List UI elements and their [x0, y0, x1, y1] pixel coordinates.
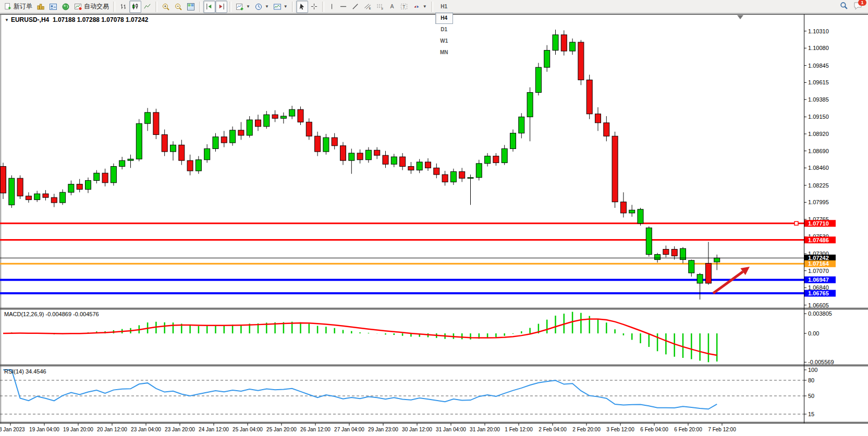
svg-text:24 Jan 12:00: 24 Jan 12:00: [199, 427, 229, 432]
vertical-line-button[interactable]: [326, 1, 337, 13]
chart-canvas[interactable]: 1.103101.100801.098451.096151.093851.091…: [0, 0, 868, 436]
svg-text:1.07710: 1.07710: [808, 220, 829, 227]
timeframe-D1[interactable]: D1: [435, 24, 453, 35]
svg-text:2 Feb 20:00: 2 Feb 20:00: [572, 427, 601, 432]
svg-text:1.07070: 1.07070: [808, 268, 829, 274]
svg-text:25 Jan 20:00: 25 Jan 20:00: [266, 427, 297, 432]
line-chart-icon: [143, 3, 151, 10]
svg-text:A: A: [390, 3, 394, 9]
rsi-axis[interactable]: 100805015: [804, 367, 817, 417]
svg-text:1.06765: 1.06765: [808, 290, 829, 296]
chart-shift-button[interactable]: [203, 1, 215, 13]
svg-text:15: 15: [808, 411, 814, 417]
horizontal-line-icon: [339, 3, 347, 10]
trendline-button[interactable]: [349, 1, 361, 13]
svg-text:30 Jan 12:00: 30 Jan 12:00: [402, 427, 432, 432]
new-chart-icon: [236, 3, 244, 11]
chevron-down-icon: ▼: [246, 4, 250, 9]
svg-text:2 Feb 04:00: 2 Feb 04:00: [539, 427, 567, 432]
text-button[interactable]: A: [386, 1, 398, 13]
rsi-line: [3, 370, 717, 409]
auto-trading-button[interactable]: 自动交易: [72, 1, 111, 13]
symbol-dropdown-icon[interactable]: ▼: [5, 18, 9, 22]
svg-text:6 Feb 20:00: 6 Feb 20:00: [674, 427, 702, 432]
timeframe-MN[interactable]: MN: [435, 47, 453, 58]
svg-text:23 Jan 20:00: 23 Jan 20:00: [165, 427, 195, 432]
zoom-in-icon: [162, 3, 170, 11]
chart-shift-marker[interactable]: [737, 15, 743, 19]
zoom-out-button[interactable]: [172, 1, 185, 13]
charts-button[interactable]: [34, 1, 47, 13]
svg-text:T: T: [402, 4, 405, 9]
chart-title: ▼EURUSD-,H4 1.07188 1.07288 1.07078 1.07…: [5, 16, 148, 23]
svg-text:100: 100: [808, 367, 817, 373]
equidistant-channel-button[interactable]: E: [361, 1, 374, 13]
new-order-button[interactable]: 新订单: [2, 1, 34, 13]
fibonacci-icon: F: [376, 3, 384, 10]
svg-text:1.08225: 1.08225: [808, 182, 829, 189]
fibonacci-button[interactable]: F: [374, 1, 386, 13]
green-orb-icon: [62, 3, 70, 11]
svg-text:1.06605: 1.06605: [808, 302, 829, 308]
svg-text:0.00: 0.00: [808, 330, 819, 337]
timeframe-H1[interactable]: H1: [435, 1, 453, 13]
template-icon: [273, 3, 282, 11]
bar-chart-icon: [119, 3, 127, 10]
svg-text:19 Jan 20:00: 19 Jan 20:00: [63, 427, 93, 432]
toolbar-separator: [322, 2, 324, 12]
chevron-down-icon: ▼: [265, 4, 269, 9]
macd-axis[interactable]: 0.0038050.00-0.005569: [804, 310, 834, 365]
auto-scroll-button[interactable]: [215, 1, 227, 13]
vertical-line-icon: [328, 3, 335, 10]
svg-text:26 Jan 12:00: 26 Jan 12:00: [300, 427, 331, 432]
svg-text:1.09615: 1.09615: [808, 79, 829, 85]
data-window-button[interactable]: [59, 1, 72, 13]
svg-text:1 Feb 12:00: 1 Feb 12:00: [505, 427, 533, 432]
chevron-down-icon: ▼: [284, 4, 288, 9]
svg-text:18 Jan 2023: 18 Jan 2023: [0, 427, 25, 432]
svg-text:29 Jan 23:00: 29 Jan 23:00: [368, 427, 398, 432]
text-label-button[interactable]: T: [398, 1, 410, 13]
arrows-icon: [412, 3, 421, 10]
profile-button[interactable]: [47, 1, 59, 13]
template-button[interactable]: ▼: [271, 1, 290, 13]
crosshair-button[interactable]: [308, 1, 320, 13]
line-chart-button[interactable]: [141, 1, 153, 13]
svg-text:1.06947: 1.06947: [808, 277, 829, 283]
timeframe-W1[interactable]: W1: [435, 35, 453, 47]
clock-icon: [254, 3, 263, 11]
trendline-icon: [351, 3, 359, 10]
mt4-window: 新订单 自动交易: [0, 0, 868, 436]
new-chart-button[interactable]: ▼: [234, 1, 252, 13]
chevron-down-icon: ▼: [423, 4, 427, 9]
text-label-icon: T: [400, 3, 408, 10]
search-icon[interactable]: [839, 1, 848, 12]
tile-windows-button[interactable]: [185, 1, 197, 13]
timeframe-H4[interactable]: H4: [435, 13, 453, 24]
cursor-button[interactable]: [296, 1, 308, 13]
notification-badge: 1: [858, 0, 866, 6]
notifications-button[interactable]: 1: [853, 2, 863, 12]
time-axis[interactable]: 18 Jan 202319 Jan 04:0019 Jan 20:0020 Ja…: [0, 423, 736, 432]
chart-ohlc-values: 1.07188 1.07288 1.07078 1.07242: [53, 16, 149, 23]
period-button[interactable]: ▼: [252, 1, 271, 13]
macd-signal-line: [3, 319, 717, 355]
svg-text:0.003805: 0.003805: [808, 310, 832, 317]
svg-text:50: 50: [808, 393, 814, 399]
bar-chart-button[interactable]: [117, 1, 129, 13]
toolbar-separator: [229, 2, 231, 12]
toolbar: 新订单 自动交易: [0, 0, 868, 14]
candlestick-chart-button[interactable]: [129, 1, 141, 13]
svg-text:7 Feb 12:00: 7 Feb 12:00: [708, 427, 736, 432]
toolbar-separator: [431, 2, 433, 12]
toolbar-separator: [199, 2, 201, 12]
new-order-icon: [4, 3, 12, 10]
zoom-in-button[interactable]: [160, 1, 172, 13]
toolbar-separator: [113, 2, 115, 12]
arrows-button[interactable]: ▼: [410, 1, 429, 13]
resistance-line-1-handle[interactable]: [794, 221, 798, 225]
svg-text:31 Jan 04:00: 31 Jan 04:00: [436, 427, 466, 432]
chart-symbol-period: EURUSD-,H4: [11, 16, 49, 23]
svg-text:F: F: [382, 7, 384, 10]
horizontal-line-button[interactable]: [337, 1, 349, 13]
